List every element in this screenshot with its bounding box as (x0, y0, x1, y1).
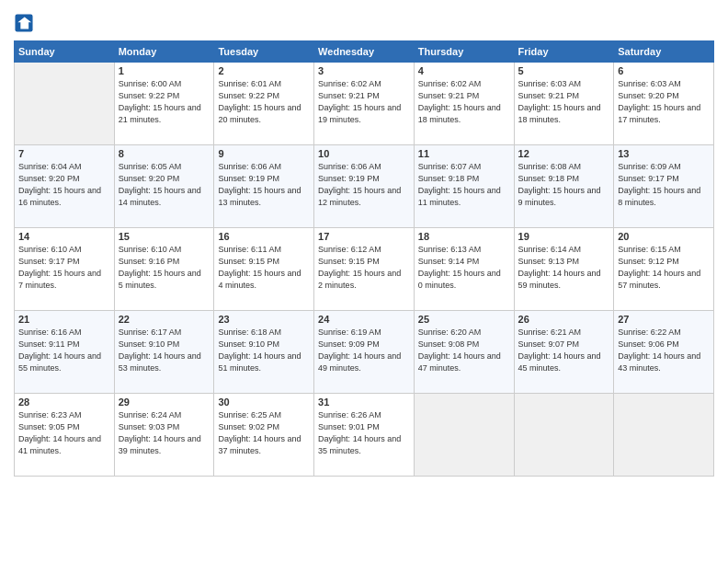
calendar-cell (514, 394, 614, 477)
calendar-cell: 15Sunrise: 6:10 AMSunset: 9:16 PMDayligh… (114, 228, 214, 311)
day-info: Sunrise: 6:21 AMSunset: 9:07 PMDaylight:… (518, 327, 610, 374)
day-info: Sunrise: 6:03 AMSunset: 9:21 PMDaylight:… (518, 78, 610, 126)
calendar-cell: 7Sunrise: 6:04 AMSunset: 9:20 PMDaylight… (15, 145, 115, 228)
day-info: Sunrise: 6:25 AMSunset: 9:02 PMDaylight:… (218, 409, 310, 457)
day-info: Sunrise: 6:12 AMSunset: 9:15 PMDaylight:… (318, 244, 410, 292)
logo-icon (14, 13, 34, 33)
calendar-cell: 28Sunrise: 6:23 AMSunset: 9:05 PMDayligh… (15, 394, 115, 477)
calendar-cell: 19Sunrise: 6:14 AMSunset: 9:13 PMDayligh… (514, 228, 614, 311)
day-info: Sunrise: 6:01 AMSunset: 9:22 PMDaylight:… (218, 78, 310, 126)
week-row-3: 14Sunrise: 6:10 AMSunset: 9:17 PMDayligh… (15, 228, 714, 311)
calendar-cell: 25Sunrise: 6:20 AMSunset: 9:08 PMDayligh… (414, 311, 514, 394)
calendar-cell: 22Sunrise: 6:17 AMSunset: 9:10 PMDayligh… (114, 311, 214, 394)
calendar-cell (614, 394, 714, 477)
day-number: 7 (18, 148, 110, 159)
calendar-cell: 5Sunrise: 6:03 AMSunset: 9:21 PMDaylight… (514, 63, 614, 145)
day-number: 26 (518, 314, 610, 325)
calendar-cell: 18Sunrise: 6:13 AMSunset: 9:14 PMDayligh… (414, 228, 514, 311)
week-row-2: 7Sunrise: 6:04 AMSunset: 9:20 PMDaylight… (15, 145, 714, 228)
week-row-5: 28Sunrise: 6:23 AMSunset: 9:05 PMDayligh… (15, 394, 714, 477)
day-number: 11 (418, 148, 510, 159)
calendar-cell: 11Sunrise: 6:07 AMSunset: 9:18 PMDayligh… (414, 145, 514, 228)
weekday-header-row: SundayMondayTuesdayWednesdayThursdayFrid… (15, 41, 714, 63)
calendar-cell: 12Sunrise: 6:08 AMSunset: 9:18 PMDayligh… (514, 145, 614, 228)
calendar-cell: 29Sunrise: 6:24 AMSunset: 9:03 PMDayligh… (114, 394, 214, 477)
calendar-cell: 31Sunrise: 6:26 AMSunset: 9:01 PMDayligh… (314, 394, 415, 477)
day-info: Sunrise: 6:17 AMSunset: 9:10 PMDaylight:… (119, 327, 210, 374)
header (14, 9, 714, 33)
calendar-cell: 3Sunrise: 6:02 AMSunset: 9:21 PMDaylight… (314, 63, 415, 145)
week-row-1: 1Sunrise: 6:00 AMSunset: 9:22 PMDaylight… (15, 63, 714, 145)
day-number: 6 (618, 65, 710, 76)
day-info: Sunrise: 6:02 AMSunset: 9:21 PMDaylight:… (418, 78, 510, 126)
calendar-cell: 9Sunrise: 6:06 AMSunset: 9:19 PMDaylight… (214, 145, 314, 228)
day-number: 21 (18, 314, 110, 325)
day-info: Sunrise: 6:05 AMSunset: 9:20 PMDaylight:… (119, 161, 210, 209)
day-info: Sunrise: 6:16 AMSunset: 9:11 PMDaylight:… (18, 327, 110, 374)
day-info: Sunrise: 6:20 AMSunset: 9:08 PMDaylight:… (418, 327, 510, 374)
day-number: 19 (518, 231, 610, 242)
day-info: Sunrise: 6:10 AMSunset: 9:16 PMDaylight:… (119, 244, 210, 292)
day-info: Sunrise: 6:19 AMSunset: 9:09 PMDaylight:… (318, 327, 410, 374)
calendar-cell: 23Sunrise: 6:18 AMSunset: 9:10 PMDayligh… (214, 311, 314, 394)
day-number: 15 (119, 231, 210, 242)
day-info: Sunrise: 6:22 AMSunset: 9:06 PMDaylight:… (618, 327, 710, 374)
day-number: 23 (218, 314, 310, 325)
weekday-header-friday: Friday (514, 41, 614, 63)
day-info: Sunrise: 6:23 AMSunset: 9:05 PMDaylight:… (18, 409, 110, 457)
day-info: Sunrise: 6:15 AMSunset: 9:12 PMDaylight:… (618, 244, 710, 292)
day-number: 31 (318, 396, 410, 408)
day-number: 28 (18, 396, 110, 408)
calendar-body: 1Sunrise: 6:00 AMSunset: 9:22 PMDaylight… (15, 63, 714, 477)
weekday-header-tuesday: Tuesday (214, 41, 314, 63)
day-info: Sunrise: 6:18 AMSunset: 9:10 PMDaylight:… (218, 327, 310, 374)
day-info: Sunrise: 6:26 AMSunset: 9:01 PMDaylight:… (318, 409, 410, 457)
calendar-cell: 30Sunrise: 6:25 AMSunset: 9:02 PMDayligh… (214, 394, 314, 477)
day-number: 27 (618, 314, 710, 325)
calendar-cell: 27Sunrise: 6:22 AMSunset: 9:06 PMDayligh… (614, 311, 714, 394)
calendar-cell: 6Sunrise: 6:03 AMSunset: 9:20 PMDaylight… (614, 63, 714, 145)
day-info: Sunrise: 6:24 AMSunset: 9:03 PMDaylight:… (119, 409, 210, 457)
weekday-header-saturday: Saturday (614, 41, 714, 63)
day-number: 9 (218, 148, 310, 159)
day-number: 10 (318, 148, 410, 159)
calendar-cell: 4Sunrise: 6:02 AMSunset: 9:21 PMDaylight… (414, 63, 514, 145)
day-number: 20 (618, 231, 710, 242)
week-row-4: 21Sunrise: 6:16 AMSunset: 9:11 PMDayligh… (15, 311, 714, 394)
day-number: 4 (418, 65, 510, 76)
day-number: 24 (318, 314, 410, 325)
day-number: 3 (318, 65, 410, 76)
calendar-page: SundayMondayTuesdayWednesdayThursdayFrid… (0, 0, 728, 563)
day-number: 30 (218, 396, 310, 408)
day-info: Sunrise: 6:06 AMSunset: 9:19 PMDaylight:… (318, 161, 410, 209)
day-info: Sunrise: 6:06 AMSunset: 9:19 PMDaylight:… (218, 161, 310, 209)
calendar-cell: 1Sunrise: 6:00 AMSunset: 9:22 PMDaylight… (114, 63, 214, 145)
day-info: Sunrise: 6:00 AMSunset: 9:22 PMDaylight:… (119, 78, 210, 126)
calendar-cell: 26Sunrise: 6:21 AMSunset: 9:07 PMDayligh… (514, 311, 614, 394)
weekday-header-wednesday: Wednesday (314, 41, 415, 63)
day-info: Sunrise: 6:09 AMSunset: 9:17 PMDaylight:… (618, 161, 710, 209)
day-number: 13 (618, 148, 710, 159)
calendar-cell: 10Sunrise: 6:06 AMSunset: 9:19 PMDayligh… (314, 145, 415, 228)
calendar-cell (414, 394, 514, 477)
day-info: Sunrise: 6:11 AMSunset: 9:15 PMDaylight:… (218, 244, 310, 292)
day-info: Sunrise: 6:03 AMSunset: 9:20 PMDaylight:… (618, 78, 710, 126)
day-info: Sunrise: 6:13 AMSunset: 9:14 PMDaylight:… (418, 244, 510, 292)
weekday-header-thursday: Thursday (414, 41, 514, 63)
calendar-cell: 20Sunrise: 6:15 AMSunset: 9:12 PMDayligh… (614, 228, 714, 311)
day-number: 29 (119, 396, 210, 408)
day-info: Sunrise: 6:07 AMSunset: 9:18 PMDaylight:… (418, 161, 510, 209)
day-info: Sunrise: 6:14 AMSunset: 9:13 PMDaylight:… (518, 244, 610, 292)
calendar-cell: 14Sunrise: 6:10 AMSunset: 9:17 PMDayligh… (15, 228, 115, 311)
calendar-cell: 2Sunrise: 6:01 AMSunset: 9:22 PMDaylight… (214, 63, 314, 145)
calendar-cell (15, 63, 115, 145)
logo (14, 13, 36, 33)
day-number: 22 (119, 314, 210, 325)
day-number: 2 (218, 65, 310, 76)
day-info: Sunrise: 6:02 AMSunset: 9:21 PMDaylight:… (318, 78, 410, 126)
day-number: 8 (119, 148, 210, 159)
day-number: 5 (518, 65, 610, 76)
calendar-cell: 16Sunrise: 6:11 AMSunset: 9:15 PMDayligh… (214, 228, 314, 311)
day-number: 18 (418, 231, 510, 242)
weekday-header-sunday: Sunday (15, 41, 115, 63)
